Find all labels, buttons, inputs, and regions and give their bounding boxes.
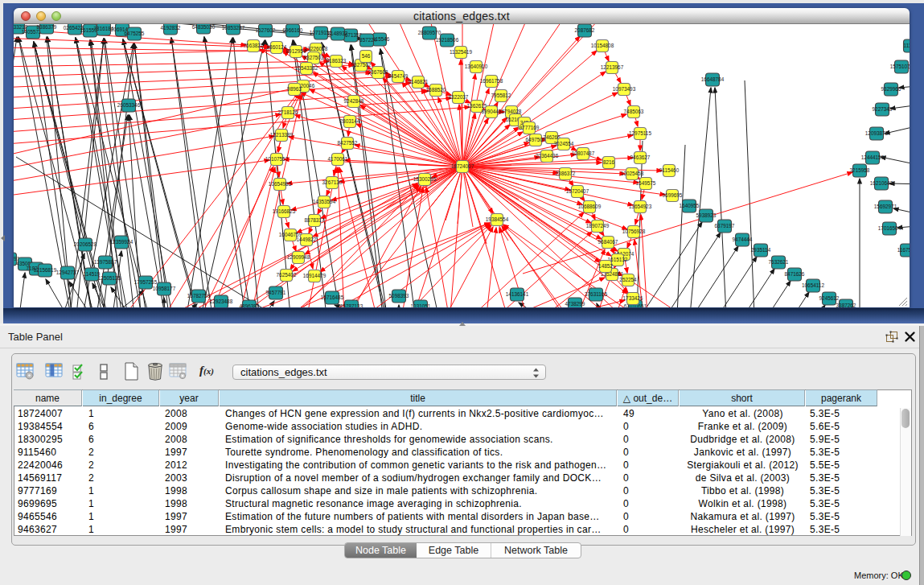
svg-text:19384554: 19384554 [486,216,509,222]
svg-text:1640955: 1640955 [680,203,700,208]
svg-text:9463627: 9463627 [630,154,651,160]
svg-text:10688609: 10688609 [578,204,602,209]
svg-text:9245612: 9245612 [819,295,840,301]
svg-text:12975115: 12975115 [629,130,651,136]
svg-text:12923488: 12923488 [210,299,233,304]
svg-text:16648784: 16648784 [701,76,725,82]
svg-text:14136141: 14136141 [506,291,529,297]
svg-text:4170061: 4170061 [328,156,348,162]
svg-text:2386372: 2386372 [556,171,576,176]
svg-text:9242848: 9242848 [344,98,364,104]
svg-text:15751074: 15751074 [890,64,910,69]
svg-text:19166825: 19166825 [273,208,296,214]
svg-text:13975887: 13975887 [94,259,117,265]
svg-text:2718126: 2718126 [278,109,298,115]
svg-text:8322037: 8322037 [449,94,469,100]
svg-text:8860124: 8860124 [267,44,287,50]
svg-text:3267130: 3267130 [322,179,343,185]
svg-text:37631165: 37631165 [585,291,607,297]
svg-text:13226058: 13226058 [305,46,328,51]
svg-text:10543382: 10543382 [295,65,318,71]
svg-text:8454749: 8454749 [388,73,409,79]
svg-text:18300295: 18300295 [413,176,437,182]
svg-text:2087682: 2087682 [575,27,595,33]
svg-text:10853287: 10853287 [222,25,245,31]
svg-text:4192832: 4192832 [161,25,181,31]
svg-text:4738299: 4738299 [565,301,585,307]
svg-text:8427552: 8427552 [338,140,358,146]
svg-text:10958177: 10958177 [153,286,176,291]
svg-text:8186323: 8186323 [326,58,347,64]
svg-text:9146821: 9146821 [409,79,429,84]
svg-text:10807487: 10807487 [572,150,595,156]
svg-text:9474444: 9474444 [733,237,753,242]
svg-text:8386379: 8386379 [37,24,57,30]
svg-text:2935114: 2935114 [751,247,771,253]
svg-text:2803144: 2803144 [340,118,360,124]
svg-text:1549575: 1549575 [636,180,656,186]
svg-text:5938923: 5938923 [696,212,717,218]
svg-text:16210643: 16210643 [870,180,893,186]
svg-text:9329966: 9329966 [881,86,901,92]
svg-text:98963: 98963 [287,86,302,92]
svg-text:9777169: 9777169 [519,125,540,130]
svg-text:8912954: 8912954 [286,48,306,54]
svg-text:4896383: 4896383 [240,303,260,307]
svg-text:8148932: 8148932 [328,31,348,36]
svg-text:7857224: 7857224 [357,37,377,43]
svg-text:15692971: 15692971 [874,204,897,209]
svg-text:7955812: 7955812 [491,93,511,98]
svg-text:9227343: 9227343 [873,106,893,112]
svg-text:15720407: 15720407 [566,188,589,194]
svg-text:10025458: 10025458 [621,171,644,176]
svg-text:9327503: 9327503 [304,55,324,60]
svg-text:1031051: 1031051 [411,303,431,307]
svg-text:1527602: 1527602 [256,27,276,33]
svg-text:5098393: 5098393 [389,293,409,299]
svg-text:13654923: 13654923 [629,204,652,209]
svg-text:7625402: 7625402 [277,272,297,278]
svg-text:3024554: 3024554 [554,141,574,146]
svg-text:3387262: 3387262 [836,303,856,307]
svg-text:8471626: 8471626 [785,271,805,277]
svg-text:2367608: 2367608 [368,69,388,75]
svg-text:6379197: 6379197 [715,223,735,229]
svg-text:8878317: 8878317 [305,217,325,223]
svg-text:252254: 252254 [619,277,637,282]
svg-text:18907249: 18907249 [586,223,610,229]
svg-text:16914479: 16914479 [303,273,326,278]
svg-text:10973493: 10973493 [613,86,636,92]
svg-text:7663822: 7663822 [244,43,264,48]
svg-text:19218506: 19218506 [436,37,459,43]
svg-text:16782759: 16782759 [187,293,211,299]
svg-text:10154808: 10154808 [591,43,614,48]
svg-text:17957255: 17957255 [134,279,158,285]
svg-text:12093872: 12093872 [865,130,889,136]
svg-text:14353594: 14353594 [313,199,336,204]
svg-text:9457791: 9457791 [266,290,286,295]
svg-text:11125: 11125 [904,43,910,48]
svg-text:9115460: 9115460 [659,167,680,173]
svg-text:1588520: 1588520 [426,87,446,93]
svg-text:3215958: 3215958 [850,167,870,173]
svg-text:28809570: 28809570 [418,30,441,35]
svg-text:65787133: 65787133 [340,303,363,307]
svg-text:1449822: 1449822 [297,237,317,242]
svg-text:6966160: 6966160 [283,27,303,33]
svg-text:26053346: 26053346 [117,102,141,108]
svg-text:6794028: 6794028 [502,109,522,114]
svg-text:64835030: 64835030 [192,24,216,30]
svg-text:12942737: 12942737 [56,270,80,275]
svg-text:546: 546 [362,53,371,59]
svg-text:10654112: 10654112 [802,282,824,288]
svg-text:1733426: 1733426 [623,295,643,301]
svg-text:7485063: 7485063 [624,109,644,114]
svg-text:12444159: 12444159 [861,154,885,160]
svg-text:13640910: 13640910 [465,64,488,69]
svg-text:9699695: 9699695 [663,192,683,198]
svg-text:17016504: 17016504 [878,225,901,231]
svg-text:8990448: 8990448 [482,109,502,114]
svg-text:7632621: 7632621 [769,259,789,265]
svg-text:10107557: 10107557 [265,156,289,162]
svg-text:1167534: 1167534 [897,247,910,253]
